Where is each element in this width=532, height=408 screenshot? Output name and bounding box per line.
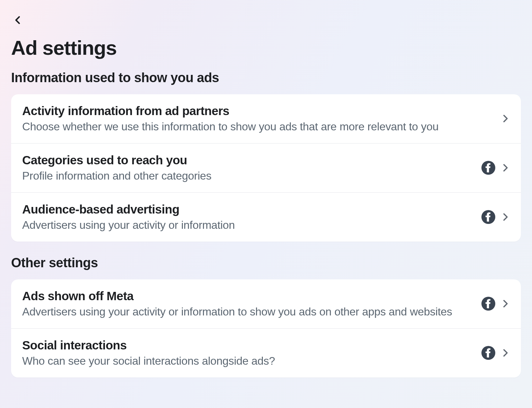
card-item-content: Ads shown off Meta Advertisers using you…: [22, 288, 473, 319]
chevron-right-icon: [502, 164, 510, 172]
card-item-subtitle: Advertisers using your activity or infor…: [22, 304, 473, 319]
card-item-subtitle: Who can see your social interactions alo…: [22, 354, 473, 368]
back-button[interactable]: [8, 10, 28, 30]
chevron-right-icon: [502, 114, 510, 123]
card-item-subtitle: Profile information and other categories: [22, 168, 473, 183]
card-item-content: Audience-based advertising Advertisers u…: [22, 202, 473, 233]
card-item-content: Social interactions Who can see your soc…: [22, 338, 473, 368]
card-item-actions: [481, 210, 510, 224]
card-item-actions: [481, 297, 510, 311]
card-item-title: Audience-based advertising: [22, 202, 473, 217]
card-item-subtitle: Choose whether we use this information t…: [22, 119, 493, 134]
card-item-title: Ads shown off Meta: [22, 288, 473, 304]
card-item-content: Categories used to reach you Profile inf…: [22, 153, 473, 183]
audience-item[interactable]: Audience-based advertising Advertisers u…: [11, 193, 521, 242]
facebook-icon: [481, 210, 495, 224]
chevron-right-icon: [502, 213, 510, 221]
card-item-title: Categories used to reach you: [22, 153, 473, 168]
card-item-content: Activity information from ad partners Ch…: [22, 103, 493, 134]
card-item-title: Social interactions: [22, 338, 473, 353]
chevron-right-icon: [502, 300, 510, 308]
card-item-actions: [502, 114, 510, 123]
social-interactions-item[interactable]: Social interactions Who can see your soc…: [11, 329, 521, 377]
facebook-icon: [481, 346, 495, 360]
section-title-info-used: Information used to show you ads: [11, 70, 521, 85]
facebook-icon: [481, 297, 495, 311]
card-item-title: Activity information from ad partners: [22, 103, 493, 119]
chevron-right-icon: [502, 349, 510, 357]
section-title-other-settings: Other settings: [11, 255, 521, 270]
facebook-icon: [481, 161, 495, 175]
info-used-card: Activity information from ad partners Ch…: [11, 94, 521, 242]
categories-item[interactable]: Categories used to reach you Profile inf…: [11, 144, 521, 193]
card-item-actions: [481, 346, 510, 360]
chevron-left-icon: [13, 15, 23, 25]
activity-info-item[interactable]: Activity information from ad partners Ch…: [11, 94, 521, 144]
other-settings-card: Ads shown off Meta Advertisers using you…: [11, 279, 521, 377]
page-title: Ad settings: [11, 36, 521, 59]
card-item-subtitle: Advertisers using your activity or infor…: [22, 218, 473, 233]
ads-off-meta-item[interactable]: Ads shown off Meta Advertisers using you…: [11, 279, 521, 329]
card-item-actions: [481, 161, 510, 175]
settings-container: Ad settings Information used to show you…: [0, 0, 532, 408]
